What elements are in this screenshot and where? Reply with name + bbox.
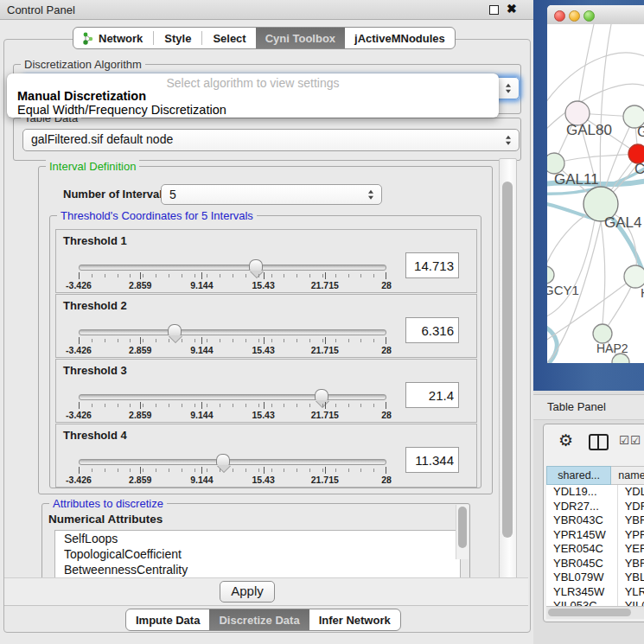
scrollbar-thumb[interactable] — [458, 507, 467, 548]
cell-name[interactable]: YIL0 — [618, 599, 644, 606]
network-edge — [554, 154, 638, 163]
network-icon — [83, 32, 94, 45]
cell-shared-name[interactable]: YDR27... — [546, 500, 618, 514]
network-window-frame[interactable]: GAL80GACGAL11GAL4GCY1HHAP2 — [533, 0, 644, 391]
threshold-label: Threshold 3 — [63, 364, 127, 377]
tick-label: -3.426 — [66, 410, 92, 420]
table-header-row: shared... name — [546, 466, 644, 485]
apply-button[interactable]: Apply — [220, 581, 275, 603]
network-edge — [547, 53, 644, 106]
cell-shared-name[interactable]: YER054C — [546, 542, 618, 557]
close-traffic-light[interactable] — [554, 10, 565, 22]
split-columns-icon[interactable] — [589, 434, 609, 450]
attribute-list-item[interactable]: BetweennessCentrality — [55, 562, 460, 577]
attribute-list-item[interactable]: SelfLoops — [55, 531, 460, 546]
cell-shared-name[interactable]: YBR043C — [546, 513, 618, 528]
tab-label: Select — [213, 32, 245, 45]
gear-icon[interactable]: ⚙ — [558, 431, 573, 450]
network-node-label: GAL11 — [554, 171, 599, 188]
threshold-value-field[interactable] — [405, 382, 459, 408]
threshold-slider-track[interactable] — [79, 265, 386, 271]
dropdown-item-manual-discretization[interactable]: Manual Discretization — [17, 89, 146, 103]
threshold-1-box: Threshold 1 -3.4262.8599.14415.4321.7152… — [55, 229, 477, 293]
top-tab-bar: Network Style Select Cyni Toolbox jActiv… — [73, 27, 456, 49]
tick-label: 2.859 — [129, 345, 151, 355]
tick-label: 15.43 — [252, 410, 274, 420]
tick-label: 21.715 — [311, 475, 339, 485]
threshold-slider-track[interactable] — [79, 329, 386, 335]
numerical-attributes-list[interactable]: SelfLoopsTopologicalCoefficientBetweenne… — [54, 530, 461, 577]
threshold-value-field[interactable] — [405, 447, 459, 473]
cell-shared-name[interactable]: YIL053C — [546, 599, 618, 606]
tick-label: 9.144 — [190, 410, 213, 420]
dropdown-item-equal-width[interactable]: Equal Width/Frequency Discretization — [17, 103, 226, 117]
zoom-traffic-light[interactable] — [583, 10, 595, 22]
table-row[interactable]: YBR043CYBR0 — [546, 513, 644, 528]
tick-label: 28 — [381, 345, 392, 355]
table-row[interactable]: YBR045CYBR0 — [546, 557, 644, 571]
cell-name[interactable]: YLR3 — [618, 585, 644, 600]
tab-infer-network[interactable]: Infer Network — [309, 609, 400, 630]
table-row[interactable]: YBL079WYBL0 — [546, 571, 644, 585]
cell-shared-name[interactable]: YDL19... — [546, 485, 618, 500]
attribute-list-item[interactable]: TopologicalCoefficient — [55, 546, 460, 562]
tick-label: 2.859 — [129, 410, 151, 420]
tab-discretize-data[interactable]: Discretize Data — [209, 609, 309, 630]
network-window: GAL80GACGAL11GAL4GCY1HHAP2 — [547, 5, 644, 363]
threshold-3-box: Threshold 3 -3.4262.8599.14415.4321.7152… — [55, 359, 477, 423]
threshold-value-field[interactable] — [405, 252, 459, 278]
cell-name[interactable]: YBL0 — [618, 571, 644, 585]
select-columns-icon[interactable]: ☑☑ — [619, 433, 641, 447]
cell-name[interactable]: YER0 — [618, 542, 644, 557]
cell-name[interactable]: YBR0 — [618, 513, 644, 528]
cell-name[interactable]: YDR2 — [618, 500, 644, 514]
tab-label: Infer Network — [319, 614, 391, 627]
slider-tick-labels: -3.4262.8599.14415.4321.71528 — [79, 280, 386, 290]
table-row[interactable]: YER054CYER0 — [546, 542, 644, 557]
table-row[interactable]: YDR27...YDR2 — [546, 500, 644, 514]
group-title: Threshold's Coordinates for 5 Intervals — [57, 209, 257, 222]
table-row[interactable]: YPR145WYPR1 — [546, 528, 644, 543]
tab-jactivemnodules[interactable]: jActiveMNodules — [345, 28, 455, 48]
minimize-traffic-light[interactable] — [569, 10, 580, 22]
float-window-icon[interactable] — [489, 5, 499, 15]
tick-label: 9.144 — [190, 280, 213, 290]
tab-cyni-toolbox[interactable]: Cyni Toolbox — [256, 28, 345, 48]
table-row[interactable]: YIL053CYIL0 — [546, 599, 644, 606]
table-data-combobox[interactable]: galFiltered.sif default node — [22, 129, 520, 151]
network-node-label: GA — [637, 124, 644, 140]
cell-shared-name[interactable]: YBL079W — [546, 571, 618, 585]
cell-shared-name[interactable]: YPR145W — [546, 528, 618, 543]
threshold-slider-track[interactable] — [79, 459, 386, 465]
close-icon[interactable]: ✖ — [507, 2, 517, 16]
column-header-shared-name[interactable]: shared... — [546, 466, 611, 485]
tab-select[interactable]: Select — [203, 28, 255, 48]
table-data-group: Table Data galFiltered.sif default node — [13, 118, 521, 161]
cell-name[interactable]: YBR0 — [618, 557, 644, 571]
network-edge — [547, 213, 590, 266]
cell-name[interactable]: YPR1 — [618, 528, 644, 543]
network-node[interactable] — [593, 324, 612, 343]
threshold-value-field[interactable] — [405, 317, 459, 343]
tab-style[interactable]: Style — [155, 28, 201, 48]
node-table: ⚙ ☑☑ shared... name YDL19...YDL1YDR27...… — [543, 424, 644, 622]
network-window-titlebar[interactable] — [547, 5, 644, 25]
scrollbar-thumb[interactable] — [548, 609, 631, 616]
tab-network[interactable]: Network — [73, 28, 152, 48]
column-header-name[interactable]: name — [611, 466, 644, 485]
threshold-slider-track[interactable] — [79, 394, 386, 400]
tab-impute-data[interactable]: Impute Data — [126, 609, 209, 630]
network-node[interactable] — [547, 266, 554, 284]
table-row[interactable]: YDL19...YDL1 — [546, 485, 644, 500]
cell-shared-name[interactable]: YLR345W — [546, 585, 618, 600]
number-of-intervals-combobox[interactable]: 5 — [161, 184, 382, 205]
cell-name[interactable]: YDL1 — [618, 485, 644, 500]
tick-label: 15.43 — [252, 345, 274, 355]
table-row[interactable]: YLR345WYLR3 — [546, 585, 644, 600]
panel-title: Table Panel — [547, 400, 606, 413]
bottom-tab-bar: Impute Data Discretize Data Infer Networ… — [125, 609, 401, 631]
algorithm-dropdown-popup: Select algorithm to view settings Manual… — [7, 73, 499, 118]
cell-shared-name[interactable]: YBR045C — [546, 557, 618, 571]
scrollbar-thumb[interactable] — [502, 182, 513, 538]
network-canvas[interactable]: GAL80GACGAL11GAL4GCY1HHAP2 — [547, 24, 644, 363]
